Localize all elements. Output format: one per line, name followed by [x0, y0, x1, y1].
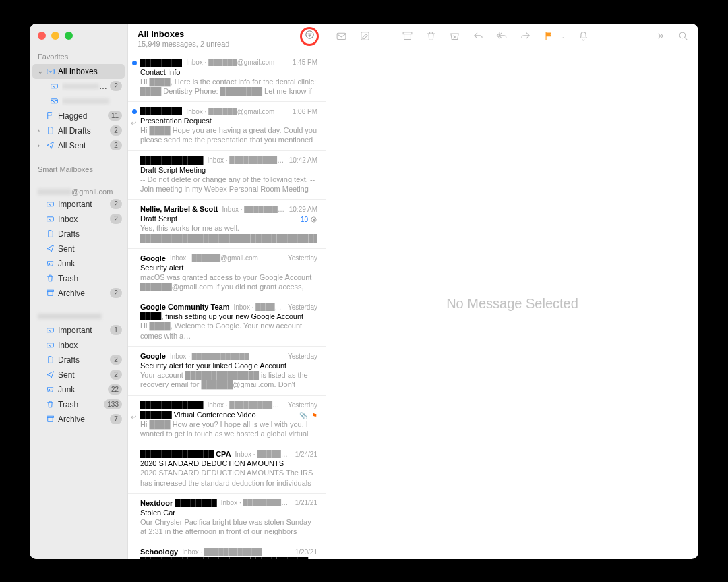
count-badge: 133	[104, 399, 122, 409]
message-time: Yesterday	[288, 254, 317, 262]
sidebar-item-label: All Inboxes	[58, 67, 121, 76]
sidebar-item-important-2[interactable]: Important1	[30, 323, 127, 338]
sidebar-item-archive-2[interactable]: Archive7	[30, 412, 127, 427]
message-subject: Draft Script	[140, 214, 317, 223]
chevron-down-icon: ⌄	[38, 68, 44, 75]
svg-point-14	[679, 32, 686, 38]
compose-icon[interactable]	[359, 30, 371, 42]
thread-indicator: 10	[301, 216, 317, 223]
sidebar-header-smart: Smart Mailboxes	[30, 163, 127, 177]
sidebar-item-label: Trash	[58, 400, 104, 409]
unread-dot-icon	[132, 61, 137, 65]
svg-rect-5	[47, 290, 54, 291]
close-icon[interactable]	[38, 32, 46, 40]
flag-menu-chevron-icon[interactable]: ⌄	[560, 33, 566, 40]
sidebar-item-archive-1[interactable]: Archive2	[30, 286, 127, 301]
inbox-icon	[50, 82, 62, 90]
message-row[interactable]: Nextdoor ████████Inbox · ████████████1/2…	[128, 494, 326, 543]
message-preview: Hi ████, Welcome to Google. Your new acc…	[140, 321, 317, 341]
message-row[interactable]: GoogleInbox · ████████████YesterdaySecur…	[128, 347, 326, 396]
message-subject: Security alert	[140, 264, 317, 272]
forward-icon[interactable]	[520, 30, 531, 42]
sidebar-item-label: Important	[58, 200, 110, 209]
trash-icon[interactable]	[425, 30, 437, 42]
message-time: 1:06 PM	[293, 108, 317, 115]
count-badge: 2	[110, 199, 122, 209]
svg-point-9	[305, 31, 313, 38]
window-controls	[30, 30, 127, 50]
svg-rect-13	[403, 32, 412, 34]
count-badge: 2	[110, 355, 122, 365]
attachment-icon: 📎	[299, 412, 307, 419]
message-row[interactable]: GoogleInbox · ██████@gmail.comYesterdayS…	[128, 249, 326, 298]
message-row[interactable]: Google Community TeamInbox · ██████Yeste…	[128, 297, 326, 347]
message-sender: Nextdoor ████████	[140, 499, 217, 507]
sidebar-item-inbox-2[interactable]: Inbox	[30, 338, 127, 353]
count-badge: 11	[108, 111, 122, 121]
message-subject: Draft Script Meeting	[140, 166, 317, 174]
message-row[interactable]: Nellie, Maribel & ScottInbox · █████████…	[128, 200, 326, 249]
filter-icon[interactable]	[305, 30, 315, 42]
message-row[interactable]: ████████████Inbox · ████████████10:42 AM…	[128, 151, 326, 200]
sidebar-item-junk-1[interactable]: Junk	[30, 256, 127, 271]
sidebar-item-important[interactable]: Important2	[30, 197, 127, 212]
message-row[interactable]: ↩████████████Inbox · ████████████Yesterd…	[128, 396, 326, 445]
sidebar-item-junk-2[interactable]: Junk22	[30, 382, 127, 397]
junk-icon[interactable]	[449, 30, 460, 42]
sidebar-item-all-inboxes[interactable]: ⌄ All Inboxes	[32, 64, 125, 79]
sidebar-item-label: Inbox	[58, 341, 123, 350]
sidebar-item-trash-1[interactable]: Trash	[30, 271, 127, 286]
inbox-icon	[46, 214, 58, 223]
message-time: 1/20/21	[295, 548, 317, 556]
svg-rect-8	[47, 416, 54, 417]
sidebar-item-sent-2[interactable]: Sent2	[30, 368, 127, 382]
sidebar-item-trash-2[interactable]: Trash133	[30, 397, 127, 412]
reply-icon[interactable]	[473, 30, 484, 42]
message-row[interactable]: ↩████████Inbox · ██████@gmail.com1:06 PM…	[128, 102, 326, 151]
message-time: Yesterday	[288, 303, 317, 311]
message-sender: Google Community Team	[140, 303, 229, 311]
sidebar-item-label: Inbox	[58, 214, 110, 224]
unread-dot-icon	[132, 109, 137, 114]
replied-icon: ↩	[131, 413, 136, 421]
message-sender: Google	[140, 254, 166, 262]
message-sender: Nellie, Maribel & Scott	[140, 205, 218, 213]
inbox-stack-icon	[46, 67, 58, 76]
reply-all-icon[interactable]	[496, 30, 508, 42]
sidebar-item-drafts-2[interactable]: Drafts2	[30, 353, 127, 368]
mute-icon[interactable]	[578, 30, 589, 42]
message-mailbox: Inbox · ████████	[235, 450, 291, 458]
mark-read-icon[interactable]	[336, 30, 347, 42]
sidebar-item-drafts-1[interactable]: Drafts	[30, 227, 127, 241]
message-mailbox: Inbox · ██████	[233, 303, 283, 311]
flag-icon[interactable]	[543, 30, 555, 42]
sidebar-item-inbox-b[interactable]	[30, 94, 127, 109]
message-row[interactable]: SchoologyInbox · ████████████1/20/21████…	[128, 542, 326, 558]
message-sender: ████████	[140, 59, 182, 67]
message-mailbox: Inbox · ██████@gmail.com	[170, 254, 284, 262]
overflow-icon[interactable]	[654, 30, 665, 42]
message-row[interactable]: ██████████████ CPAInbox · ████████1/24/2…	[128, 444, 326, 494]
flag-icon	[46, 111, 58, 120]
sidebar-item-all-sent[interactable]: › All Sent 2	[30, 138, 127, 153]
mail-window: Favorites ⌄ All Inboxes @g… 2 Flagged 11…	[30, 24, 698, 559]
sidebar-item-inbox-a[interactable]: @g… 2	[30, 79, 127, 94]
minimize-icon[interactable]	[51, 32, 59, 40]
archive-icon[interactable]	[402, 30, 413, 42]
zoom-icon[interactable]	[65, 32, 73, 40]
sidebar-item-label: Trash	[58, 274, 123, 283]
count-badge: 7	[110, 414, 122, 424]
sidebar-item-all-drafts[interactable]: › All Drafts 2	[30, 123, 127, 138]
message-mailbox: Inbox · ████████████	[170, 353, 284, 360]
count-badge: 2	[110, 214, 122, 224]
message-preview: 2020 STANDARD DEDUCTION AMOUNTS The IRS …	[140, 468, 317, 488]
flag-icon: ⚑	[311, 412, 317, 419]
sidebar-item-flagged[interactable]: Flagged 11	[30, 109, 127, 123]
unread-badge: 2	[110, 81, 122, 91]
message-row[interactable]: ████████Inbox · ██████@gmail.com1:45 PMC…	[128, 53, 326, 103]
svg-rect-0	[47, 69, 55, 74]
inbox-icon	[46, 341, 58, 349]
sidebar-item-sent-1[interactable]: Sent	[30, 241, 127, 256]
search-icon[interactable]	[677, 30, 689, 42]
sidebar-item-inbox-1[interactable]: Inbox2	[30, 212, 127, 227]
